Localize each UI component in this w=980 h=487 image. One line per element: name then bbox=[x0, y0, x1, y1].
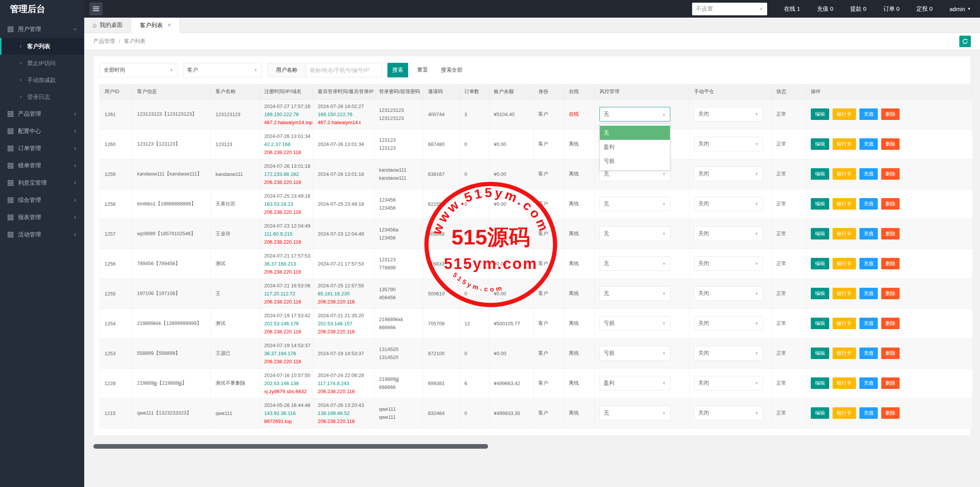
manual-close-select[interactable]: 关闭▼ bbox=[694, 137, 763, 151]
delete-button[interactable]: 删除 bbox=[881, 288, 900, 299]
edit-button[interactable]: 编辑 bbox=[811, 258, 829, 269]
time-range-select[interactable]: 全部时间 ▼ bbox=[100, 63, 178, 77]
delete-button[interactable]: 删除 bbox=[881, 348, 900, 359]
header-stat-1[interactable]: 充值 0 bbox=[817, 5, 833, 13]
delete-button[interactable]: 删除 bbox=[881, 318, 900, 329]
sidebar-subitem-1[interactable]: 禁止IP访问 bbox=[0, 55, 84, 72]
manual-close-select[interactable]: 关闭▼ bbox=[694, 197, 763, 211]
bankcard-button[interactable]: 银行卡 bbox=[833, 288, 856, 299]
header-stat-2[interactable]: 提款 0 bbox=[850, 5, 867, 13]
risk-dropdown-option[interactable]: 无 bbox=[600, 126, 670, 140]
recharge-button[interactable]: 充值 bbox=[859, 108, 878, 120]
edit-button[interactable]: 编辑 bbox=[811, 198, 829, 210]
edit-button[interactable]: 编辑 bbox=[811, 407, 829, 419]
risk-control-select[interactable]: 无▼ bbox=[599, 197, 670, 211]
edit-button[interactable]: 编辑 bbox=[811, 168, 829, 180]
customer-type-select[interactable]: 客户 ▼ bbox=[183, 63, 262, 77]
bankcard-button[interactable]: 银行卡 bbox=[833, 198, 856, 210]
menu-toggle-button[interactable] bbox=[90, 2, 103, 15]
risk-control-select[interactable]: 无▼ bbox=[599, 406, 670, 420]
sidebar-item-6[interactable]: 综合管理 bbox=[0, 192, 84, 209]
manual-close-select[interactable]: 关闭▼ bbox=[694, 316, 763, 331]
search-input[interactable] bbox=[306, 63, 382, 77]
delete-button[interactable]: 删除 bbox=[881, 108, 900, 120]
refresh-button[interactable] bbox=[959, 36, 971, 47]
risk-control-select[interactable]: 亏损▼ bbox=[599, 316, 670, 331]
search-all-button[interactable]: 搜索全部 bbox=[437, 63, 466, 77]
search-button[interactable]: 搜索 bbox=[387, 63, 408, 77]
sidebar-item-3[interactable]: 订单管理 bbox=[0, 140, 84, 157]
top-filter-select[interactable]: 不设置 ▼ bbox=[692, 3, 767, 15]
manual-close-select[interactable]: 关闭▼ bbox=[694, 406, 763, 420]
header-stat-3[interactable]: 订单 0 bbox=[883, 5, 900, 13]
delete-button[interactable]: 删除 bbox=[881, 407, 900, 419]
sidebar-subitem-2[interactable]: 手动加减款 bbox=[0, 72, 84, 89]
recharge-button[interactable]: 充值 bbox=[859, 138, 878, 150]
sidebar-item-4[interactable]: 错单管理 bbox=[0, 157, 84, 174]
delete-button[interactable]: 删除 bbox=[881, 377, 900, 389]
manual-close-select[interactable]: 关闭▼ bbox=[694, 286, 763, 301]
manual-close-select[interactable]: 关闭▼ bbox=[694, 256, 763, 271]
bankcard-button[interactable]: 银行卡 bbox=[833, 407, 856, 419]
delete-button[interactable]: 删除 bbox=[881, 198, 900, 210]
edit-button[interactable]: 编辑 bbox=[811, 108, 829, 120]
risk-control-select[interactable]: 亏损▼ bbox=[599, 346, 670, 361]
manual-close-select[interactable]: 关闭▼ bbox=[694, 167, 763, 181]
bankcard-button[interactable]: 银行卡 bbox=[833, 258, 856, 269]
sidebar-subitem-0[interactable]: 客户列表 bbox=[0, 38, 84, 55]
recharge-button[interactable]: 充值 bbox=[859, 228, 878, 239]
recharge-button[interactable]: 充值 bbox=[859, 198, 878, 210]
manual-close-select[interactable]: 关闭▼ bbox=[694, 107, 763, 121]
bankcard-button[interactable]: 银行卡 bbox=[833, 377, 856, 389]
close-icon[interactable]: × bbox=[167, 22, 171, 29]
sidebar-item-8[interactable]: 活动管理 bbox=[0, 226, 84, 243]
sidebar-item-7[interactable]: 报表管理 bbox=[0, 209, 84, 226]
delete-button[interactable]: 删除 bbox=[881, 228, 900, 239]
manual-close-select[interactable]: 关闭▼ bbox=[694, 226, 763, 241]
delete-button[interactable]: 删除 bbox=[881, 168, 900, 180]
risk-dropdown-option[interactable]: 亏损 bbox=[600, 154, 670, 168]
bankcard-button[interactable]: 银行卡 bbox=[833, 318, 856, 329]
scrollbar-thumb[interactable] bbox=[93, 444, 488, 449]
bankcard-button[interactable]: 银行卡 bbox=[833, 228, 856, 239]
recharge-button[interactable]: 充值 bbox=[859, 318, 878, 329]
risk-control-select[interactable]: 盈利▼ bbox=[599, 376, 670, 390]
tab-desktop[interactable]: ⌂ 我的桌面 bbox=[84, 18, 131, 33]
manual-close-select[interactable]: 关闭▼ bbox=[694, 346, 763, 361]
bankcard-button[interactable]: 银行卡 bbox=[833, 168, 856, 180]
cell-balance: ¥0.00 bbox=[489, 279, 534, 308]
header-stat-4[interactable]: 定投 0 bbox=[916, 5, 933, 13]
bankcard-button[interactable]: 银行卡 bbox=[833, 108, 856, 120]
recharge-button[interactable]: 充值 bbox=[859, 258, 878, 269]
edit-button[interactable]: 编辑 bbox=[811, 318, 829, 329]
edit-button[interactable]: 编辑 bbox=[811, 228, 829, 239]
recharge-button[interactable]: 充值 bbox=[859, 407, 878, 419]
header-stat-0[interactable]: 在线 1 bbox=[784, 5, 800, 13]
risk-dropdown-option[interactable]: 盈利 bbox=[600, 140, 670, 154]
recharge-button[interactable]: 充值 bbox=[859, 377, 878, 389]
recharge-button[interactable]: 充值 bbox=[859, 288, 878, 299]
risk-control-select[interactable]: 无▼ bbox=[599, 226, 670, 241]
risk-control-select[interactable]: 无▼ bbox=[599, 256, 670, 271]
edit-button[interactable]: 编辑 bbox=[811, 138, 829, 150]
sidebar-subitem-3[interactable]: 登录日志 bbox=[0, 89, 84, 105]
recharge-button[interactable]: 充值 bbox=[859, 348, 878, 359]
bankcard-button[interactable]: 银行卡 bbox=[833, 138, 856, 150]
reset-button[interactable]: 重置 bbox=[413, 63, 432, 77]
risk-control-select[interactable]: 无▼ bbox=[599, 286, 670, 301]
sidebar-item-0[interactable]: 用户管理 bbox=[0, 21, 84, 38]
manual-close-select[interactable]: 关闭▼ bbox=[694, 376, 763, 390]
delete-button[interactable]: 删除 bbox=[881, 258, 900, 269]
sidebar-item-5[interactable]: 利息宝管理 bbox=[0, 174, 84, 192]
admin-menu[interactable]: admin ▼ bbox=[949, 6, 971, 12]
sidebar-item-1[interactable]: 产品管理 bbox=[0, 105, 84, 123]
recharge-button[interactable]: 充值 bbox=[859, 168, 878, 180]
edit-button[interactable]: 编辑 bbox=[811, 348, 829, 359]
edit-button[interactable]: 编辑 bbox=[811, 288, 829, 299]
risk-control-select[interactable]: 无▲ bbox=[599, 107, 670, 121]
tab-customer-list[interactable]: 客户列表 × bbox=[131, 18, 180, 33]
sidebar-item-2[interactable]: 配置中心 bbox=[0, 123, 84, 140]
delete-button[interactable]: 删除 bbox=[881, 138, 900, 150]
bankcard-button[interactable]: 银行卡 bbox=[833, 348, 856, 359]
edit-button[interactable]: 编辑 bbox=[811, 377, 829, 389]
